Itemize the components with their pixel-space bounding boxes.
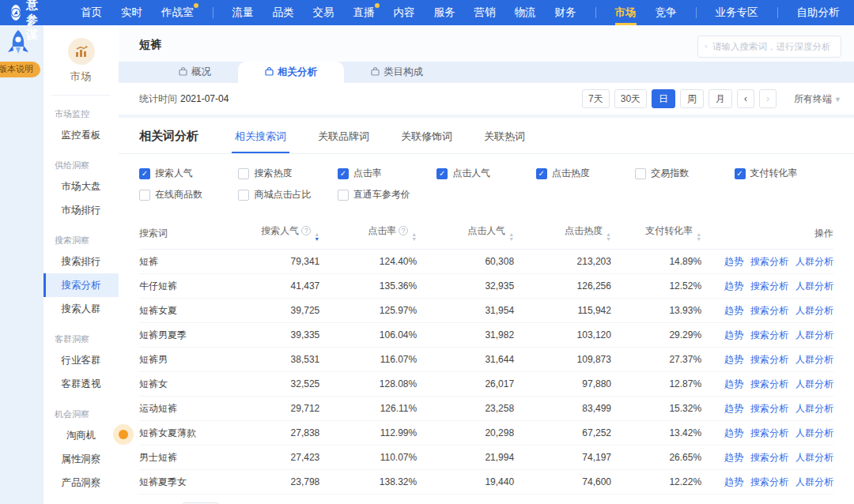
action-link-人群分析[interactable]: 人群分析: [795, 256, 833, 267]
sidebar-item-淘商机[interactable]: 淘商机: [43, 423, 119, 447]
sort-icon[interactable]: ▲▼: [314, 232, 319, 242]
action-link-趋势[interactable]: 趋势: [724, 378, 743, 389]
action-link-趋势[interactable]: 趋势: [724, 403, 743, 414]
action-link-趋势[interactable]: 趋势: [724, 354, 743, 365]
nav-item-业务专区[interactable]: 业务专区: [716, 0, 758, 25]
sidebar-item-搜索人群[interactable]: 搜索人群: [43, 297, 119, 321]
tab-相关分析[interactable]: 相关分析: [238, 62, 344, 83]
search-input[interactable]: [712, 42, 834, 51]
nav-item-服务[interactable]: 服务: [434, 0, 455, 25]
nav-item-品类[interactable]: 品类: [273, 0, 294, 25]
sidebar-item-产品洞察[interactable]: 产品洞察: [43, 471, 119, 495]
sidebar-module[interactable]: 市场: [43, 25, 119, 84]
tab-类目构成[interactable]: 类目构成: [344, 62, 450, 83]
action-link-搜索分析[interactable]: 搜索分析: [750, 256, 788, 267]
metric-checkbox-点击热度[interactable]: ✓点击热度: [536, 167, 635, 180]
table-row: 短裤夏季女23,798138.32%19,44074,60012.22%趋势搜索…: [139, 470, 833, 495]
assistant-rocket-icon[interactable]: [5, 28, 32, 62]
action-link-人群分析[interactable]: 人群分析: [795, 378, 833, 389]
column-header-点击率[interactable]: 点击率?▲▼: [319, 217, 417, 250]
sidebar-item-搜索分析[interactable]: 搜索分析: [43, 273, 119, 297]
range-button-7天[interactable]: 7天: [582, 89, 610, 108]
nav-item-竞争[interactable]: 竞争: [656, 0, 677, 25]
range-button-周[interactable]: 周: [680, 89, 704, 108]
action-link-搜索分析[interactable]: 搜索分析: [750, 452, 788, 463]
action-link-人群分析[interactable]: 人群分析: [795, 305, 833, 316]
nav-item-首页[interactable]: 首页: [81, 0, 102, 25]
terminal-filter[interactable]: 所有终端▼: [794, 92, 841, 106]
range-button-日[interactable]: 日: [652, 89, 675, 108]
metric-checkbox-点击人气[interactable]: ✓点击人气: [436, 167, 535, 180]
action-link-趋势[interactable]: 趋势: [724, 256, 743, 267]
action-link-人群分析[interactable]: 人群分析: [795, 427, 833, 438]
sidebar-item-行业客群[interactable]: 行业客群: [43, 348, 119, 372]
action-link-趋势[interactable]: 趋势: [724, 427, 743, 438]
keyword-search-box[interactable]: [697, 36, 841, 58]
action-link-人群分析[interactable]: 人群分析: [795, 476, 833, 487]
sidebar-item-属性洞察[interactable]: 属性洞察: [43, 447, 119, 471]
column-header-支付转化率[interactable]: 支付转化率▲▼: [611, 217, 701, 250]
metric-checkbox-交易指数[interactable]: 交易指数: [635, 167, 734, 180]
action-link-人群分析[interactable]: 人群分析: [795, 403, 833, 414]
action-link-搜索分析[interactable]: 搜索分析: [750, 427, 788, 438]
nav-item-作战室[interactable]: 作战室: [161, 0, 194, 25]
action-link-人群分析[interactable]: 人群分析: [795, 280, 833, 291]
sidebar-item-市场大盘[interactable]: 市场大盘: [43, 175, 119, 198]
sort-icon[interactable]: ▲▼: [696, 232, 701, 242]
action-link-搜索分析[interactable]: 搜索分析: [750, 403, 788, 414]
action-link-趋势[interactable]: 趋势: [724, 329, 743, 340]
metric-checkbox-点击率[interactable]: ✓点击率: [338, 167, 436, 180]
metric-checkbox-支付转化率[interactable]: ✓支付转化率: [735, 167, 833, 180]
action-link-搜索分析[interactable]: 搜索分析: [750, 305, 788, 316]
sidebar-item-搜索排行[interactable]: 搜索排行: [43, 250, 119, 273]
nav-item-自助分析[interactable]: 自助分析: [797, 0, 840, 25]
nav-item-交易[interactable]: 交易: [313, 0, 334, 25]
tab-概况[interactable]: 概况: [152, 62, 238, 83]
metric-checkbox-在线商品数[interactable]: 在线商品数: [139, 188, 238, 201]
metric-checkbox-搜索热度[interactable]: 搜索热度: [238, 167, 337, 180]
nav-item-直播[interactable]: 直播: [353, 0, 375, 25]
action-link-趋势[interactable]: 趋势: [724, 305, 743, 316]
version-note-tag[interactable]: 版本说明: [0, 62, 40, 77]
next-date-button[interactable]: ›: [759, 89, 777, 108]
metric-checkbox-直通车参考价[interactable]: 直通车参考价: [338, 188, 436, 201]
action-link-搜索分析[interactable]: 搜索分析: [750, 378, 788, 389]
sidebar-item-客群透视[interactable]: 客群透视: [43, 372, 119, 396]
sidebar-item-监控看板[interactable]: 监控看板: [43, 123, 119, 147]
nav-item-实时[interactable]: 实时: [121, 0, 142, 25]
range-button-30天[interactable]: 30天: [614, 89, 647, 108]
nav-item-财务[interactable]: 财务: [555, 0, 576, 25]
action-link-人群分析[interactable]: 人群分析: [795, 354, 833, 365]
action-link-搜索分析[interactable]: 搜索分析: [750, 280, 788, 291]
sort-icon[interactable]: ▲▼: [508, 232, 514, 242]
column-header-点击热度[interactable]: 点击热度▲▼: [514, 217, 611, 250]
nav-item-内容[interactable]: 内容: [394, 0, 415, 25]
info-icon[interactable]: ?: [399, 226, 408, 235]
column-header-点击人气[interactable]: 点击人气▲▼: [417, 217, 514, 250]
nav-item-物流[interactable]: 物流: [515, 0, 536, 25]
nav-item-营销[interactable]: 营销: [474, 0, 496, 25]
action-link-趋势[interactable]: 趋势: [724, 476, 743, 487]
action-link-人群分析[interactable]: 人群分析: [795, 452, 833, 463]
sort-icon[interactable]: ▲▼: [411, 232, 417, 242]
action-link-搜索分析[interactable]: 搜索分析: [750, 354, 788, 365]
word-tab-关联品牌词[interactable]: 关联品牌词: [318, 130, 369, 153]
metric-checkbox-商城点击占比[interactable]: 商城点击占比: [238, 188, 337, 201]
info-icon[interactable]: ?: [301, 226, 311, 235]
prev-date-button[interactable]: ‹: [737, 89, 754, 108]
action-link-趋势[interactable]: 趋势: [724, 280, 743, 291]
action-link-搜索分析[interactable]: 搜索分析: [750, 476, 788, 487]
sidebar-item-市场排行[interactable]: 市场排行: [43, 198, 119, 222]
action-link-搜索分析[interactable]: 搜索分析: [750, 329, 788, 340]
sort-icon[interactable]: ▲▼: [606, 232, 611, 242]
column-header-搜索人气[interactable]: 搜索人气?▲▼: [236, 217, 319, 250]
action-link-趋势[interactable]: 趋势: [724, 452, 743, 463]
nav-item-市场[interactable]: 市场: [615, 0, 637, 25]
range-button-月[interactable]: 月: [709, 89, 732, 108]
nav-item-流量[interactable]: 流量: [232, 0, 254, 25]
word-tab-关联热词[interactable]: 关联热词: [484, 130, 525, 153]
word-tab-相关搜索词[interactable]: 相关搜索词: [235, 130, 286, 153]
action-link-人群分析[interactable]: 人群分析: [795, 329, 833, 340]
word-tab-关联修饰词[interactable]: 关联修饰词: [401, 130, 452, 153]
metric-checkbox-搜索人气[interactable]: ✓搜索人气: [139, 167, 238, 180]
